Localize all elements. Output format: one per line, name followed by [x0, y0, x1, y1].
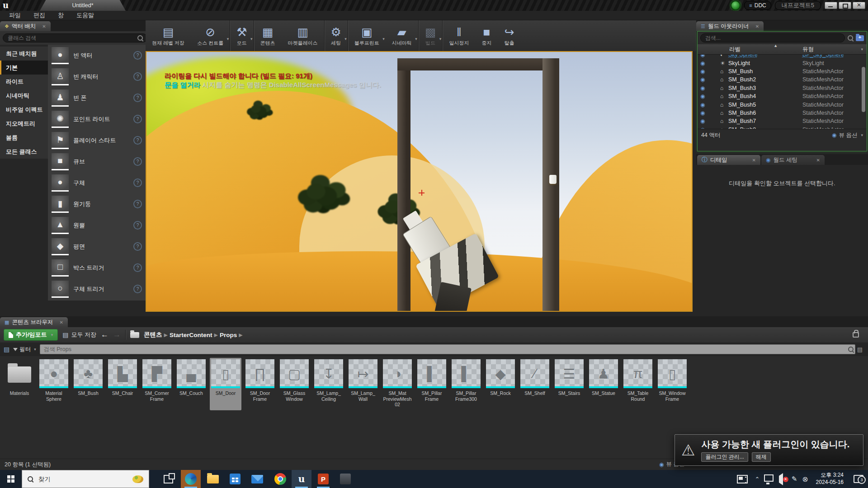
outliner-row[interactable]: ◉ ⌂ SM_Bush StaticMeshActor	[698, 67, 867, 75]
help-icon[interactable]: ?	[133, 51, 142, 60]
place-actors-category[interactable]: 시네마틱	[0, 89, 48, 103]
menu-item[interactable]: 도움말	[71, 11, 99, 19]
toolbar-button[interactable]: ⊘ 소스 컨트롤 ▾	[191, 20, 230, 51]
visibility-eye-icon[interactable]: ◉	[700, 68, 708, 75]
world-outliner-tab[interactable]: ☰ 월드 아웃라이너 ✕	[696, 21, 764, 31]
place-actor-item[interactable]: ▮ 원기둥 ?	[48, 193, 146, 215]
restore-button[interactable]	[839, 2, 851, 9]
place-actor-item[interactable]: ○ 구체 트리거 ?	[48, 278, 146, 300]
outliner-row[interactable]: ◉ ☀ SkyLight SkyLight	[698, 59, 867, 67]
asset-item[interactable]: ▙ SM_Chair	[107, 358, 138, 410]
outliner-row[interactable]: ◉ ⌂ SM_Bush4 StaticMeshActor	[698, 92, 867, 100]
toolbar-button[interactable]: ↪ 탈출	[498, 20, 520, 51]
asset-item[interactable]: ↧ SM_Lamp_ Ceiling	[313, 358, 344, 410]
place-actor-item[interactable]: ● 구체 ?	[48, 172, 146, 193]
asset-item[interactable]: ▌ SM_Pillar Frame	[416, 358, 448, 410]
toolbar-button[interactable]: ▥ 마켓플레이스	[282, 20, 324, 51]
chevron-down-icon[interactable]: ▾	[861, 47, 863, 52]
close-tab-icon[interactable]: ✕	[755, 24, 759, 29]
content-browser-tab[interactable]: ▦ 콘텐츠 브라우저 ✕	[0, 317, 68, 327]
network-button[interactable]	[762, 470, 775, 488]
close-tab-icon[interactable]: ✕	[816, 158, 820, 163]
place-actors-category[interactable]: 비주얼 이펙트	[0, 103, 48, 117]
back-arrow-icon[interactable]: ←	[101, 330, 108, 339]
chevron-down-icon[interactable]: ▾	[439, 37, 442, 41]
help-icon[interactable]: ?	[133, 72, 142, 81]
class-search-input[interactable]	[3, 33, 147, 42]
help-icon[interactable]: ?	[133, 94, 142, 102]
close-tab-icon[interactable]: ✕	[59, 320, 63, 325]
view-settings-icon[interactable]: ▤	[857, 346, 863, 353]
outliner-row[interactable]: ◉ ⌂ SM_Bush6 StaticMeshActor	[698, 109, 867, 117]
help-icon[interactable]: ?	[133, 178, 142, 187]
store-button[interactable]	[225, 470, 245, 488]
visibility-eye-icon[interactable]: ◉	[700, 76, 708, 83]
toolbar-button[interactable]: ‖ 일시정지	[442, 20, 475, 51]
toolbar-button[interactable]: ▰ 시네마틱 ▾	[386, 20, 418, 51]
pen-workspace-button[interactable]: ✎	[788, 470, 800, 488]
breadcrumb-item[interactable]: StarterContent	[170, 332, 212, 338]
asset-item[interactable]: ▢ SM_Glass Window	[278, 358, 310, 410]
help-icon[interactable]: ?	[133, 263, 142, 272]
level-tab[interactable]: Untitled*	[40, 0, 126, 11]
help-icon[interactable]: ?	[133, 136, 142, 145]
chevron-down-icon[interactable]: ▾	[415, 37, 417, 41]
breadcrumb-item[interactable]: Props	[220, 332, 237, 338]
manage-plugins-button[interactable]: 플러그인 관리...	[701, 452, 748, 462]
outliner-row[interactable]: ◉ ⌂ SM_Bush7 StaticMeshActor	[698, 117, 867, 125]
asset-item[interactable]: ∏ SM_Door Frame	[244, 358, 276, 410]
place-actors-tab[interactable]: ❖ 액터 배치 ✕	[0, 21, 51, 31]
volume-button[interactable]: ✕	[774, 470, 788, 488]
tutorial-icon[interactable]	[731, 0, 741, 10]
outliner-row[interactable]: ◉ ⌂ SM_Bush5 StaticMeshActor	[698, 100, 867, 108]
visibility-eye-icon[interactable]: ◉	[700, 93, 708, 99]
outliner-row[interactable]: ◉ ⌂ SM_Bush3 StaticMeshActor	[698, 84, 867, 92]
save-all-button[interactable]: ▤ 모두 저장	[62, 331, 96, 339]
chevron-down-icon[interactable]: ▾	[382, 37, 385, 41]
asset-item[interactable]: ▄ SM_Couch	[175, 358, 207, 410]
taskbar-search[interactable]	[22, 470, 149, 488]
asset-item[interactable]: ◆ SM_Rock	[485, 358, 516, 410]
details-tab[interactable]: ⓘ 디테일 ✕	[697, 155, 760, 165]
asset-item[interactable]: ♟ SM_Statue	[588, 358, 619, 410]
asset-item[interactable]: ♣ SM_Bush	[72, 358, 104, 410]
place-actors-category[interactable]: 최근 배치됨	[0, 47, 48, 61]
taskbar-search-input[interactable]	[38, 475, 128, 483]
menu-item[interactable]: 편집	[28, 11, 51, 19]
taskbar-clock[interactable]: 오후 3:24 2024-05-16	[816, 470, 844, 488]
dismiss-button[interactable]: 해제	[752, 452, 771, 462]
help-icon[interactable]: ?	[133, 221, 142, 230]
powerpoint-button[interactable]: P	[313, 470, 333, 488]
help-icon[interactable]: ?	[133, 285, 142, 293]
breadcrumb-item[interactable]: 콘텐츠	[144, 331, 162, 339]
sources-panel-icon[interactable]: ▤	[4, 346, 9, 353]
safely-remove-button[interactable]: ⊗	[799, 470, 811, 488]
edge-button[interactable]	[181, 470, 201, 488]
visibility-eye-icon[interactable]: ◉	[700, 60, 708, 66]
asset-search-input[interactable]	[40, 344, 855, 354]
level-viewport[interactable]: 라이팅을 다시 빌드해야 합니다 (빌드 필요: 91개) 문을 열거라 시지를…	[146, 51, 693, 312]
visibility-eye-icon[interactable]: ◉	[700, 110, 708, 116]
chrome-button[interactable]	[270, 470, 290, 488]
asset-item[interactable]: ◑ SM_Mat PreviewMesh 02	[382, 358, 413, 410]
outliner-row[interactable]: ◉ ◐ Sky Sphere BP_Sky_Sphere	[698, 55, 867, 59]
toolbar-button[interactable]: ▤ 현재 레벨 저장	[146, 20, 191, 51]
unreal-engine-button[interactable]: u	[292, 470, 311, 488]
start-button[interactable]	[0, 470, 22, 488]
chevron-down-icon[interactable]: ▾	[344, 37, 347, 41]
visibility-eye-icon[interactable]: ◉	[700, 85, 708, 91]
widgets-button[interactable]	[733, 470, 751, 488]
close-button[interactable]	[853, 2, 865, 9]
tray-expand-button[interactable]: ⌃	[751, 470, 763, 488]
outliner-row[interactable]: ◉ ⌂ SM_Bush2 StaticMeshActor	[698, 75, 867, 84]
filter-button[interactable]: 필터	[13, 346, 36, 353]
help-icon[interactable]: ?	[133, 157, 142, 166]
asset-item[interactable]: ▯ SM_Window Frame	[656, 358, 688, 410]
task-view-button[interactable]	[158, 470, 178, 488]
place-actor-item[interactable]: ✺ 포인트 라이트 ?	[48, 108, 146, 130]
asset-item[interactable]: ▌ SM_Pillar Frame300	[450, 358, 482, 410]
asset-item[interactable]: ● Material Sphere	[38, 358, 70, 410]
help-icon[interactable]: ?	[133, 242, 142, 251]
menu-item[interactable]: 창	[52, 11, 69, 19]
chevron-down-icon[interactable]: ▾	[250, 37, 253, 41]
